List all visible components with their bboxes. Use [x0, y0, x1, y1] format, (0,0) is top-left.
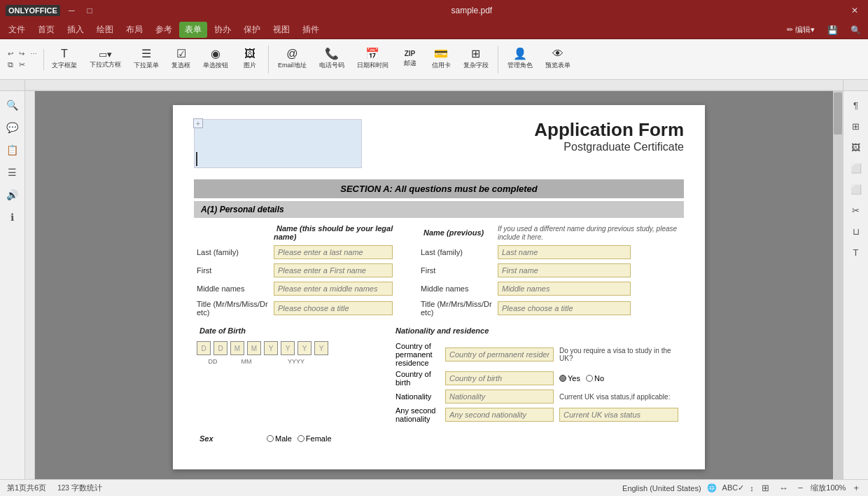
- image-btn[interactable]: 🖼 图片: [236, 46, 264, 73]
- datetime-btn[interactable]: 📅 日期和时间: [352, 46, 393, 73]
- first-input[interactable]: [274, 263, 393, 277]
- fit-width-btn[interactable]: ↔: [777, 483, 790, 493]
- preview-form-btn[interactable]: 👁 预览表单: [540, 46, 575, 73]
- checkbox-icon: ☑: [176, 48, 186, 60]
- dob-y4[interactable]: Y: [314, 341, 328, 355]
- visa-no-radio[interactable]: No: [586, 374, 604, 383]
- sidebar-audio-icon[interactable]: 🔊: [4, 186, 21, 203]
- zip-label: 邮递: [404, 59, 416, 68]
- phone-btn[interactable]: 📞 电话号码: [314, 46, 349, 73]
- scissors-icon[interactable]: ✂: [848, 202, 864, 219]
- track-changes-icon[interactable]: ↕: [750, 484, 754, 492]
- text-field-icon: T: [61, 48, 68, 60]
- dob-y3[interactable]: Y: [298, 341, 312, 355]
- preview-form-icon: 👁: [552, 48, 564, 60]
- last-family-input[interactable]: [274, 245, 393, 259]
- dob-y1[interactable]: Y: [264, 341, 278, 355]
- word-count-icon[interactable]: 123 字数统计: [57, 483, 102, 493]
- text-side-icon[interactable]: T: [848, 244, 864, 261]
- dob-m2[interactable]: M: [247, 341, 261, 355]
- dropdown-menu-btn[interactable]: ☰ 下拉菜单: [129, 46, 164, 73]
- menu-draw[interactable]: 绘图: [91, 22, 119, 38]
- email-btn[interactable]: @ Email地址: [273, 46, 312, 73]
- more-btn[interactable]: ⋯: [28, 49, 39, 58]
- zip-btn[interactable]: ZIP 邮递: [396, 48, 424, 71]
- sidebar-info-icon[interactable]: ℹ: [4, 209, 21, 226]
- language-selector[interactable]: English (United States): [622, 484, 701, 492]
- checkbox-btn[interactable]: ☑ 复选框: [167, 46, 195, 73]
- nationality-input[interactable]: [445, 390, 554, 404]
- zoom-in-btn[interactable]: +: [851, 483, 861, 493]
- title-input[interactable]: [274, 301, 393, 315]
- save-btn[interactable]: 💾: [823, 24, 842, 36]
- phone-icon: 📞: [325, 48, 339, 60]
- second-nat-input[interactable]: [445, 408, 554, 422]
- dob-m1[interactable]: M: [230, 341, 244, 355]
- rect2-icon[interactable]: ⬜: [848, 181, 864, 198]
- dropdown-box-btn[interactable]: ▭▾ 下拉式方框: [85, 47, 126, 72]
- first-prev-label: First: [418, 261, 495, 280]
- middle-prev-label: Middle names: [418, 280, 495, 298]
- menu-collaborate[interactable]: 协办: [209, 22, 237, 38]
- menu-view[interactable]: 视图: [267, 22, 295, 38]
- dob-d2[interactable]: D: [214, 341, 227, 355]
- zip-icon: ZIP: [405, 50, 416, 57]
- menu-layout[interactable]: 布局: [120, 22, 148, 38]
- country-birth-input[interactable]: [445, 371, 554, 385]
- zoom-out-btn[interactable]: −: [796, 483, 806, 493]
- content-area[interactable]: + Application Form Postgraduate Certific…: [25, 91, 843, 479]
- menu-protect[interactable]: 保护: [238, 22, 266, 38]
- paragraph-icon[interactable]: ¶: [848, 97, 864, 113]
- undo-btn[interactable]: ↩: [6, 49, 15, 58]
- manage-roles-btn[interactable]: 👤 管理角色: [503, 46, 538, 73]
- uk-visa-input[interactable]: [559, 408, 678, 422]
- dob-d1[interactable]: D: [197, 341, 211, 355]
- last-family-prev-input[interactable]: [498, 245, 631, 259]
- sidebar-list-icon[interactable]: ☰: [4, 164, 21, 181]
- country-perm-input[interactable]: [445, 347, 554, 361]
- align-icon[interactable]: ⊔: [848, 223, 864, 240]
- minimize-btn[interactable]: ─: [64, 4, 79, 17]
- title-prev-input[interactable]: [498, 301, 631, 315]
- sex-male-radio[interactable]: Male: [267, 434, 292, 443]
- middle-prev-input[interactable]: [498, 282, 631, 296]
- edit-btn[interactable]: ✏ 编辑▾: [783, 23, 819, 36]
- sidebar-clipboard-icon[interactable]: 📋: [4, 142, 21, 158]
- middle-input[interactable]: [274, 282, 393, 296]
- redo-btn[interactable]: ↪: [17, 49, 27, 58]
- sex-female-radio[interactable]: Female: [298, 434, 332, 443]
- menu-plugins[interactable]: 插件: [297, 22, 325, 38]
- cut-btn[interactable]: ✂: [17, 60, 27, 70]
- sidebar-search-icon[interactable]: 🔍: [4, 97, 21, 113]
- manage-roles-icon: 👤: [513, 48, 527, 60]
- menu-insert[interactable]: 插入: [62, 22, 90, 38]
- dob-y2[interactable]: Y: [281, 341, 295, 355]
- search-header-btn[interactable]: 🔍: [846, 24, 865, 36]
- spell-check-icon[interactable]: ABC✓: [722, 483, 745, 492]
- text-field-btn[interactable]: T 文字框架: [47, 46, 82, 73]
- credit-card-btn[interactable]: 💳 信用卡: [427, 46, 456, 73]
- menu-home[interactable]: 首页: [32, 22, 60, 38]
- vertical-scrollbar[interactable]: [833, 91, 843, 479]
- close-btn[interactable]: ✕: [847, 4, 862, 17]
- visa-yes-radio[interactable]: Yes: [559, 374, 580, 383]
- section-a1-header: A(1) Personal details: [194, 201, 684, 218]
- language-icon[interactable]: 🌐: [707, 483, 717, 492]
- title-bar-left: ONLYOFFICE ─ □: [6, 4, 97, 17]
- table-icon[interactable]: ⊞: [848, 118, 864, 135]
- dropdown-menu-icon: ☰: [141, 48, 151, 60]
- menu-reference[interactable]: 参考: [150, 22, 178, 38]
- copy-btn[interactable]: ⧉: [6, 60, 15, 70]
- radio-btn[interactable]: ◉ 单选按钮: [198, 46, 233, 73]
- image-side-icon[interactable]: 🖼: [848, 139, 864, 156]
- maximize-btn[interactable]: □: [83, 4, 96, 17]
- sidebar-comments-icon[interactable]: 💬: [4, 119, 21, 136]
- complex-field-btn[interactable]: ⊞ 复杂字段: [458, 46, 493, 73]
- first-prev-input[interactable]: [498, 263, 631, 277]
- dob-dd-label: DD: [197, 358, 229, 365]
- menu-file[interactable]: 文件: [3, 22, 31, 38]
- menu-form[interactable]: 表单: [179, 22, 207, 38]
- rect-icon[interactable]: ⬜: [848, 160, 864, 177]
- logo-placeholder[interactable]: +: [194, 119, 362, 168]
- fit-page-btn[interactable]: ⊞: [760, 483, 771, 493]
